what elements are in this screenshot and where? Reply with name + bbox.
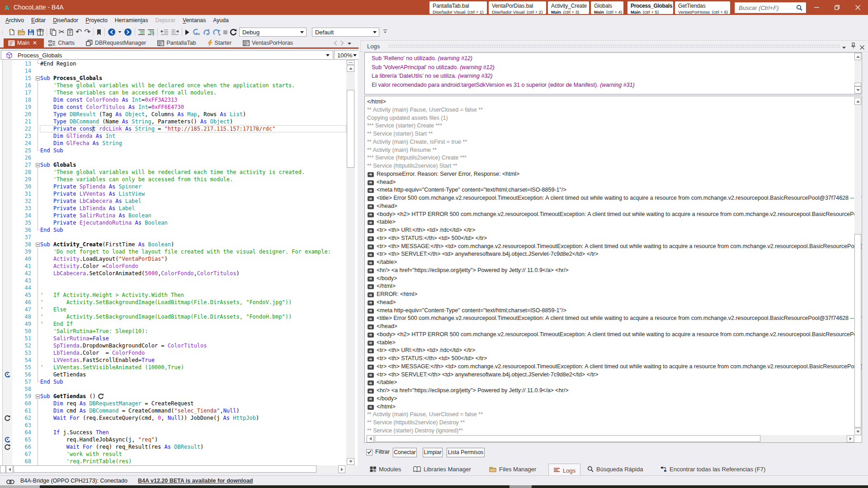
scroll-down-button[interactable] — [854, 86, 861, 94]
scope-navigation-bar[interactable]: Process_Globals — [1, 50, 333, 60]
code-line-46[interactable]: 46' Activity.SetBackgroundImage(LoadBitm… — [0, 299, 346, 306]
new-file-icon[interactable] — [7, 27, 16, 38]
menu-herramientas[interactable]: Herramientas — [111, 16, 152, 25]
tool-tab-modules[interactable]: Modules — [370, 464, 401, 474]
menu-archivo[interactable]: Archivo — [2, 16, 28, 25]
code-area[interactable]: 13#End Region1415Sub Process_Globals16 '… — [0, 60, 346, 465]
filter-checkbox[interactable] — [366, 449, 373, 455]
indent-list-icon[interactable] — [137, 27, 146, 38]
log-line[interactable]: <body> <h2> HTTP ERROR 500 com.mchange.v… — [367, 211, 862, 219]
log-line[interactable]: <tr> <th> SERVLET:</th> <td> anywheresof… — [367, 371, 598, 379]
warning-line[interactable]: La librería 'DateUtils' no se utiliza. (… — [372, 73, 492, 81]
code-line-15[interactable]: 15Sub Process_Globals — [0, 75, 346, 82]
code-line-24[interactable]: 24 Dim GlFecha As String — [0, 140, 346, 147]
editor-vertical-scrollbar[interactable] — [346, 60, 355, 465]
minimize-button[interactable] — [807, 0, 827, 14]
search-icon[interactable] — [796, 5, 803, 11]
limpiar-button[interactable]: Limpiar — [423, 448, 443, 457]
code-line-17[interactable]: 17 'These variables can be accessed from… — [0, 89, 346, 96]
code-line-35[interactable]: 35 Private EjecutandoRutina As Boolean — [0, 219, 346, 226]
profile-dropdown[interactable]: Default — [312, 28, 379, 37]
code-line-62[interactable]: 62 Wait For (req.ExecuteQuery(cmd, 0, Nu… — [0, 414, 346, 422]
code-editor[interactable]: 13#End Region1415Sub Process_Globals16 '… — [0, 60, 358, 465]
scroll-right-button[interactable] — [338, 465, 345, 473]
quick-tab-ventapordias-bal[interactable]: VentaPorDias.balDiseñador Visual (ctrl +… — [489, 1, 546, 14]
editor-horizontal-scrollbar[interactable] — [0, 465, 355, 473]
tool-tab-libraries-manager[interactable]: Libraries Manager — [413, 464, 471, 474]
code-line-44[interactable]: 44 — [0, 284, 346, 291]
code-line-27[interactable]: 27Sub Globals — [0, 161, 346, 169]
search-box[interactable]: Buscar (Ctrl+F) — [735, 2, 806, 13]
code-line-47[interactable]: 47' Else — [0, 306, 346, 313]
code-line-18[interactable]: 18 Dim const ColorFondo As Int=0xFF3A231… — [0, 96, 346, 103]
log-line[interactable]: ** Service (httputils2service) Destroy *… — [367, 419, 465, 427]
scrollbar-thumb[interactable] — [854, 234, 861, 427]
doc-tab-pantallatab[interactable]: PantallaTab — [153, 38, 203, 47]
editor-zoom-dropdown[interactable]: 100% — [334, 50, 359, 60]
code-line-59[interactable]: 59Sub GetTiendas () — [0, 393, 346, 400]
log-line[interactable]: </table> — [367, 259, 397, 267]
code-line-31[interactable]: 31 Private LVVentas As ListView — [0, 190, 346, 197]
update-available-link[interactable]: B4A v12.20 BETA is available for downloa… — [138, 478, 253, 484]
code-line-16[interactable]: 16 'These global variables will be decla… — [0, 82, 346, 89]
scope-dropdown-arrow-icon[interactable] — [326, 54, 330, 56]
code-line-40[interactable]: 40 Activity.LoadLayout("VentaPorDias") — [0, 255, 346, 263]
code-line-58[interactable]: 58 — [0, 385, 346, 393]
quick-tab-gettiendas[interactable]: GetTiendasVentasPorHoras (ctrl + 6) — [675, 1, 730, 14]
code-line-38[interactable]: 38Sub Activity_Create(FirstTime As Boole… — [0, 241, 346, 248]
log-line[interactable]: Copying updated assets files (1) — [367, 115, 448, 122]
close-tab-icon[interactable]: ✕ — [33, 40, 37, 46]
doc-tab-main[interactable]: Main✕ — [4, 38, 44, 47]
copy-icon[interactable] — [48, 27, 57, 38]
conectar-button[interactable]: Conectar — [393, 448, 417, 457]
log-line[interactable]: <tr> <th> URI:</th> <td> /rdc</td> </tr> — [367, 347, 475, 355]
log-vertical-scrollbar[interactable] — [854, 97, 861, 436]
step-out-icon[interactable] — [212, 27, 222, 38]
redo-icon[interactable]: ↷ — [83, 27, 92, 38]
code-line-34[interactable]: 34 Private SalirRutina As Boolean — [0, 212, 346, 219]
logs-pin-icon[interactable] — [851, 42, 856, 51]
quick-tab-globals[interactable]: GlobalsMain (ctrl + 4) — [591, 1, 623, 14]
code-line-45[interactable]: 45' If Activity.Height > Activity.Width … — [0, 291, 346, 299]
nav-forward-icon[interactable] — [123, 27, 133, 38]
code-line-22[interactable]: 22 Private const rdcLink As String = "ht… — [0, 125, 346, 132]
code-line-25[interactable]: 25End Sub — [0, 147, 346, 154]
doc-tab-starter[interactable]: Starter — [203, 38, 239, 47]
scroll-left-button[interactable] — [367, 435, 374, 442]
doc-tab-charts[interactable]: Charts — [44, 38, 81, 47]
log-line[interactable]: <meta http-equiv="Content-Type" content=… — [367, 187, 566, 194]
code-line-57[interactable]: 57End Sub — [0, 378, 346, 385]
log-line[interactable]: </table> — [367, 379, 397, 387]
log-line[interactable]: ERROR: <html> — [367, 291, 417, 299]
code-line-42[interactable]: 42 LbCabecera.SetColorAnimated(5000,Colo… — [0, 270, 346, 277]
log-line[interactable]: <table> — [367, 219, 396, 226]
log-line[interactable]: </html> — [367, 99, 386, 106]
scroll-down-button[interactable] — [347, 458, 354, 465]
menu-diseador[interactable]: Diseñador — [49, 16, 82, 25]
save-icon[interactable] — [26, 27, 35, 38]
scrollbar-thumb[interactable] — [375, 435, 760, 442]
step-over-icon[interactable] — [202, 27, 212, 38]
tool-tab-logs[interactable]: Logs — [548, 464, 580, 477]
log-line[interactable]: </html> — [367, 404, 396, 411]
run-icon[interactable] — [184, 27, 191, 38]
log-line[interactable]: <tr> <th> STATUS:</th> <td> 500</td> </t… — [367, 235, 487, 243]
log-line[interactable]: *** Service (httputils2service) Create *… — [367, 155, 467, 162]
code-line-56[interactable]: 56 GetTiendas — [0, 371, 346, 378]
log-line[interactable]: ** Activity (main) Resume ** — [367, 147, 437, 155]
tool-tab-encontrar-todas-las-referencias-f7-[interactable]: Encontrar todas las Referencias (F7) — [660, 464, 765, 474]
log-line[interactable]: <tr> <th> MESSAGE:</th> <td> com.mchange… — [367, 363, 862, 371]
scroll-up-button[interactable] — [347, 65, 354, 72]
scroll-left-button[interactable] — [6, 465, 13, 473]
log-line[interactable]: <hr/> <a href="https://eclipse.org/jetty… — [367, 267, 569, 275]
warnings-list[interactable]: Sub 'Relleno' no utilizado. (warning #12… — [364, 52, 862, 94]
scroll-up-button[interactable] — [854, 53, 861, 60]
fold-collapse-icon[interactable] — [36, 163, 40, 167]
code-line-60[interactable]: 60 Dim req As DBRequestManager = CreateR… — [0, 400, 346, 407]
fold-collapse-icon[interactable] — [36, 394, 40, 399]
scroll-down-button[interactable] — [854, 428, 861, 435]
code-line-64[interactable]: 64 If j.Success Then — [0, 429, 346, 436]
warning-line[interactable]: Sub 'VolverAPrincipal' no utilizado. (wa… — [372, 64, 495, 73]
code-line-39[interactable]: 39 'Do not forget to load the layout fil… — [0, 248, 346, 255]
scrollbar-thumb[interactable] — [347, 90, 354, 168]
